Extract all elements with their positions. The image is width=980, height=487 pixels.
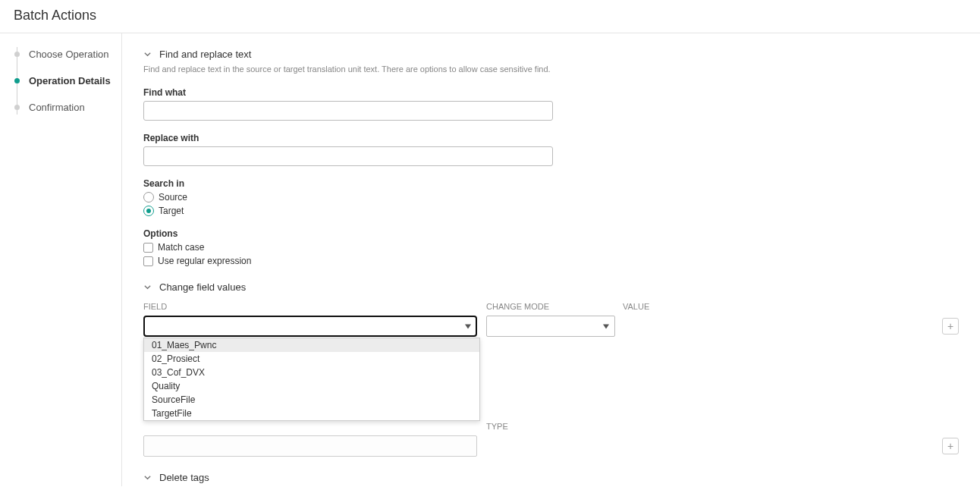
check-match-case-label: Match case [158, 242, 204, 253]
chevron-down-icon [143, 50, 152, 58]
caret-down-icon [603, 321, 609, 332]
col-change-mode: CHANGE MODE [486, 302, 623, 311]
add-row-button[interactable]: + [942, 318, 959, 335]
replace-with-label: Replace with [143, 133, 959, 143]
radio-target[interactable] [143, 206, 154, 216]
checkbox-regex[interactable] [143, 256, 153, 266]
checkbox-match-case[interactable] [143, 243, 153, 253]
step-choose-operation[interactable]: Choose Operation [14, 41, 121, 68]
dropdown-item[interactable]: Quality [144, 379, 479, 393]
find-what-input[interactable] [143, 101, 553, 121]
find-what-block: Find what [143, 87, 959, 121]
step-label: Operation Details [29, 75, 111, 86]
search-in-label: Search in [143, 178, 959, 189]
main-panel: Find and replace text Find and replace t… [121, 33, 980, 486]
second-table-area: TYPE + [143, 422, 959, 457]
search-in-block: Search in Source Target [143, 178, 959, 216]
page-header: Batch Actions [0, 0, 980, 33]
step-confirmation[interactable]: Confirmation [14, 94, 121, 121]
field-combobox[interactable]: 01_Maes_Pwnc 02_Prosiect 03_Cof_DVX Qual… [143, 316, 477, 337]
wizard-sidebar: Choose Operation Operation Details Confi… [0, 33, 121, 486]
field-combobox-input[interactable] [143, 316, 477, 337]
field-dropdown: 01_Maes_Pwnc 02_Prosiect 03_Cof_DVX Qual… [143, 338, 480, 421]
check-match-case-row[interactable]: Match case [143, 242, 959, 253]
section-title: Find and replace text [159, 49, 251, 60]
radio-source[interactable] [143, 192, 154, 203]
options-block: Options Match case Use regular expressio… [143, 228, 959, 266]
plus-icon: + [947, 320, 953, 332]
dropdown-item[interactable]: SourceFile [144, 393, 479, 407]
second-row-box[interactable] [143, 435, 477, 457]
section-delete-tags-header[interactable]: Delete tags [143, 472, 959, 483]
section-find-replace-header[interactable]: Find and replace text [143, 49, 959, 60]
section-title: Change field values [159, 281, 246, 293]
step-operation-details[interactable]: Operation Details [14, 68, 121, 94]
second-table-header: TYPE [143, 422, 959, 431]
radio-source-row[interactable]: Source [143, 192, 959, 203]
check-regex-row[interactable]: Use regular expression [143, 256, 959, 266]
dropdown-item[interactable]: 02_Prosiect [144, 352, 479, 366]
col-type: TYPE [486, 422, 956, 431]
section-find-replace-desc: Find and replace text in the source or t… [143, 64, 959, 74]
wizard-steps: Choose Operation Operation Details Confi… [14, 41, 121, 121]
col-field: FIELD [143, 302, 486, 311]
plus-icon: + [947, 440, 953, 452]
step-label: Choose Operation [29, 49, 109, 60]
radio-target-label: Target [159, 206, 184, 216]
replace-with-input[interactable] [143, 146, 553, 166]
step-label: Confirmation [29, 102, 85, 113]
svg-marker-1 [603, 325, 609, 329]
radio-source-label: Source [159, 192, 187, 203]
col-value: VALUE [623, 302, 959, 311]
content-container: Choose Operation Operation Details Confi… [0, 33, 980, 486]
find-what-label: Find what [143, 87, 959, 98]
replace-with-block: Replace with [143, 133, 959, 166]
dropdown-item[interactable]: 03_Cof_DVX [144, 366, 479, 379]
change-mode-combobox[interactable] [486, 316, 615, 337]
chevron-down-icon [143, 473, 152, 482]
change-mode-box[interactable] [486, 316, 615, 337]
dropdown-item[interactable]: TargetFile [144, 407, 479, 420]
check-regex-label: Use regular expression [158, 256, 251, 266]
section-title: Delete tags [159, 472, 209, 483]
page-title: Batch Actions [14, 8, 966, 24]
section-change-fields-header[interactable]: Change field values [143, 281, 959, 293]
second-table-row: + [143, 435, 959, 457]
change-fields-row: 01_Maes_Pwnc 02_Prosiect 03_Cof_DVX Qual… [143, 316, 959, 337]
radio-target-row[interactable]: Target [143, 206, 959, 216]
add-row-button[interactable]: + [942, 438, 959, 454]
change-fields-table-header: FIELD CHANGE MODE VALUE [143, 302, 959, 311]
chevron-down-icon [143, 283, 152, 291]
options-label: Options [143, 228, 959, 239]
dropdown-item[interactable]: 01_Maes_Pwnc [144, 338, 479, 352]
